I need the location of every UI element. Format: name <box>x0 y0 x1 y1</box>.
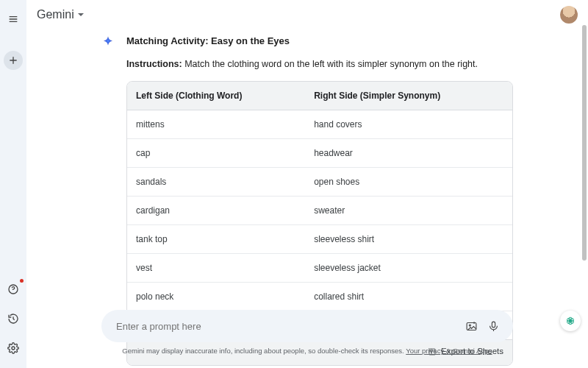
brand-dropdown[interactable]: Gemini <box>37 8 85 21</box>
openai-knot-icon <box>564 315 576 327</box>
svg-point-4 <box>469 325 470 326</box>
menu-icon[interactable] <box>4 10 23 29</box>
settings-icon[interactable] <box>4 339 23 358</box>
table-row: vestsleeveless jacket <box>127 254 512 283</box>
mic-button[interactable] <box>482 315 504 337</box>
history-icon[interactable] <box>4 309 23 328</box>
instructions-label: Instructions: <box>126 59 182 69</box>
prompt-input[interactable] <box>116 321 460 332</box>
new-chat-button[interactable] <box>4 51 23 70</box>
scrollbar[interactable] <box>582 25 587 261</box>
svg-rect-5 <box>492 322 495 328</box>
help-icon[interactable] <box>4 280 23 299</box>
extension-bubble[interactable] <box>560 311 581 331</box>
top-bar: Gemini <box>26 0 588 29</box>
disclaimer: Gemini may display inaccurate info, incl… <box>122 347 492 355</box>
table-row: tank topsleeveless shirt <box>127 225 512 254</box>
svg-point-1 <box>12 347 15 350</box>
table-header-left: Left Side (Clothing Word) <box>127 82 305 110</box>
table-row: capheadwear <box>127 139 512 168</box>
disclaimer-text: Gemini may display inaccurate info, incl… <box>122 347 404 355</box>
left-rail <box>0 0 26 368</box>
prompt-composer[interactable] <box>101 310 513 342</box>
add-image-button[interactable] <box>460 315 482 337</box>
avatar[interactable] <box>560 6 578 24</box>
table-row: polo neckcollared shirt <box>127 283 512 311</box>
activity-title: Matching Activity: Easy on the Eyes <box>126 34 513 49</box>
instructions: Instructions: Match the clothing word on… <box>126 57 513 71</box>
table-row: mittenshand covers <box>127 110 512 139</box>
chevron-down-icon <box>77 11 85 18</box>
brand-label: Gemini <box>37 8 74 21</box>
table-row: cardigansweater <box>127 197 512 225</box>
privacy-link[interactable]: Your privacy & Gemini Apps <box>406 347 492 355</box>
matching-table: Left Side (Clothing Word) Right Side (Si… <box>127 82 512 339</box>
table-header-right: Right Side (Simpler Synonym) <box>305 82 512 110</box>
table-row: sandalsopen shoes <box>127 168 512 197</box>
instructions-text: Match the clothing word on the left with… <box>184 59 478 69</box>
main-area: Gemini Matching Activity: Easy on the Ey… <box>26 0 588 368</box>
